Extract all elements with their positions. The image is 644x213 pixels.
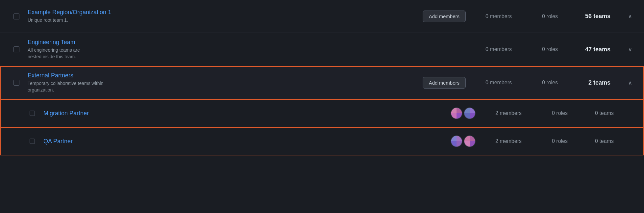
add-members-button-external-partners[interactable]: Add members [423,77,466,89]
roles-stat-example-region: 0 roles [525,13,558,19]
roles-stat-engineering: 0 roles [525,46,558,52]
team-actions-migration: 2 members 0 roles 0 teams [436,107,633,119]
avatars-migration [449,107,476,119]
team-row-example-region: Example Region/Organization 1 Unique roo… [0,0,644,33]
teams-stat-migration: 0 teams [581,110,614,116]
roles-stat-migration: 0 roles [535,110,568,116]
team-row-engineering: Engineering Team All engineering teams a… [0,33,644,66]
roles-stat-qa: 0 roles [535,138,568,144]
add-members-button-example-region[interactable]: Add members [423,11,466,22]
roles-stat-external-partners: 0 roles [525,80,558,86]
teams-stat-example-region: 56 teams [571,13,610,20]
team-row-external-partners: External Partners Temporary collaborativ… [0,66,644,99]
team-info-external-partners: External Partners Temporary collaborativ… [22,72,409,93]
team-info-qa: QA Partner [38,138,436,145]
team-actions-external-partners: Add members 0 members 0 roles 2 teams ∧ [409,77,633,89]
checkbox-col-qa [26,139,38,144]
svg-rect-7 [464,107,470,113]
svg-rect-9 [464,113,470,119]
members-stat-engineering: 0 members [479,46,512,52]
members-stat-external-partners: 0 members [479,80,512,86]
collapse-icon-external-partners[interactable]: ∧ [627,80,633,86]
team-name-engineering[interactable]: Engineering Team [28,39,75,45]
team-name-example-region[interactable]: Example Region/Organization 1 [28,9,111,15]
avatar-migration-1 [451,107,462,119]
svg-rect-1 [451,107,457,113]
team-name-external-partners[interactable]: External Partners [28,72,73,79]
teams-stat-external-partners: 2 teams [571,79,610,86]
expand-icon-engineering[interactable]: ∨ [627,46,633,53]
team-actions-qa: 2 members 0 roles 0 teams [436,135,633,147]
checkbox-col [11,13,22,19]
svg-rect-4 [457,113,462,119]
team-info-migration: Migration Partner [38,110,436,117]
team-info-engineering: Engineering Team All engineering teams a… [22,39,466,60]
svg-rect-3 [451,113,457,119]
members-stat-qa: 2 members [489,138,522,144]
svg-rect-2 [457,107,462,113]
team-desc-external-partners: Temporary collaborative teams within org… [28,80,409,93]
teams-stat-qa: 0 teams [581,138,614,144]
team-row-qa-partner: QA Partner [0,127,644,155]
checkbox-col-external-partners [11,80,22,86]
team-name-qa[interactable]: QA Partner [43,138,73,145]
team-row-migration-partner: Migration Partner [0,99,644,127]
avatar-qa-2 [464,135,476,147]
team-info-example-region: Example Region/Organization 1 Unique roo… [22,9,409,24]
checkbox-col-migration [26,111,38,116]
checkbox-square-qa[interactable] [30,139,35,144]
svg-rect-14 [457,135,462,141]
team-list: Example Region/Organization 1 Unique roo… [0,0,644,155]
svg-rect-8 [470,107,476,113]
svg-rect-20 [470,135,476,141]
team-desc-example-region: Unique root team 1. [28,17,409,24]
members-stat-example-region: 0 members [479,13,512,19]
team-checkbox-example-region[interactable] [13,13,19,19]
checkbox-col-engineering [11,46,22,52]
collapse-icon-example-region[interactable]: ∧ [627,13,633,19]
team-checkbox-external-partners[interactable] [13,80,19,86]
svg-rect-13 [451,135,457,141]
svg-rect-10 [470,113,476,119]
avatars-qa [449,135,476,147]
members-stat-migration: 2 members [489,110,522,116]
team-name-migration[interactable]: Migration Partner [43,110,89,117]
svg-rect-21 [464,141,470,147]
team-actions-engineering: 0 members 0 roles 47 teams ∨ [466,46,633,53]
svg-rect-19 [464,135,470,141]
team-actions-example-region: Add members 0 members 0 roles 56 teams ∧ [409,11,633,22]
teams-stat-engineering: 47 teams [571,46,610,53]
team-desc-engineering: All engineering teams are nested inside … [28,47,466,60]
svg-rect-16 [457,141,462,147]
team-checkbox-engineering[interactable] [13,46,19,52]
svg-rect-22 [470,141,476,147]
avatar-qa-1 [451,135,462,147]
svg-rect-15 [451,141,457,147]
checkbox-square-migration[interactable] [30,111,35,116]
avatar-migration-2 [464,107,476,119]
